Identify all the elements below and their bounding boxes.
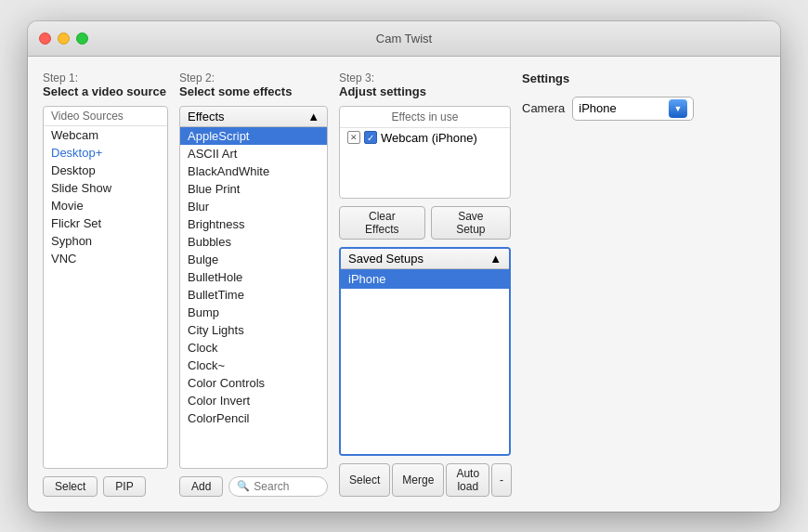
adjust-settings-column: Step 3: Adjust settings Effects in use ✕… [339, 71, 511, 497]
camera-setting-row: Camera iPhone ▼ [522, 97, 694, 121]
video-sources-list: Video Sources Webcam Desktop+ Desktop Sl… [43, 106, 168, 469]
step3-title: Adjust settings [339, 84, 511, 98]
search-input[interactable] [254, 480, 319, 493]
camera-select[interactable]: iPhone ▼ [572, 97, 694, 121]
list-item[interactable]: Color Controls [180, 374, 327, 392]
list-item[interactable]: City Lights [180, 321, 327, 339]
step2-header: Step 2: Select some effects [179, 71, 328, 98]
save-setup-button[interactable]: Save Setup [431, 206, 511, 240]
action-buttons: Clear Effects Save Setup [339, 206, 511, 240]
step3-header: Step 3: Adjust settings [339, 71, 511, 98]
list-item[interactable]: Bump [180, 304, 327, 321]
minimize-button[interactable] [58, 32, 70, 45]
list-item[interactable]: AppleScript [180, 127, 327, 145]
settings-title: Settings [522, 71, 694, 85]
settings-column: Settings Camera iPhone ▼ [522, 71, 694, 497]
effects-column: Step 2: Select some effects Effects ▲ Ap… [179, 71, 328, 497]
list-item[interactable]: Flickr Set [44, 214, 167, 232]
list-item[interactable]: Bubbles [180, 233, 327, 251]
chevron-down-icon: ▼ [674, 104, 683, 113]
saved-setups-box: Saved Setups ▲ iPhone [339, 247, 511, 456]
saved-setups-header[interactable]: Saved Setups ▲ [341, 249, 509, 269]
select-button[interactable]: Select [43, 476, 98, 497]
list-item[interactable]: BulletTime [180, 286, 327, 304]
video-source-column: Step 1: Select a video source Video Sour… [43, 71, 168, 497]
setup-merge-button[interactable]: Merge [392, 463, 444, 497]
add-button[interactable]: Add [179, 476, 223, 497]
list-item[interactable]: Desktop+ [44, 144, 167, 162]
list-item[interactable]: BlackAndWhite [180, 162, 327, 180]
saved-setups-list: iPhone [341, 269, 509, 454]
list-item[interactable]: Brightness [180, 215, 327, 233]
search-icon: 🔍 [237, 480, 250, 492]
step2-label: Step 2: [179, 71, 328, 84]
camera-value: iPhone [579, 101, 616, 115]
list-item[interactable]: Syphon [44, 232, 167, 250]
list-item[interactable]: Slide Show [44, 179, 167, 197]
step1-header: Step 1: Select a video source [43, 71, 168, 98]
effects-chevron-up-icon: ▲ [307, 110, 319, 123]
effect-remove-button[interactable]: ✕ [347, 131, 360, 144]
list-item[interactable]: Webcam [44, 126, 167, 144]
list-item[interactable]: Bulge [180, 251, 327, 268]
maximize-button[interactable] [76, 32, 88, 45]
content-area: Step 1: Select a video source Video Sour… [28, 57, 780, 512]
effects-in-use-header: Effects in use [340, 107, 510, 128]
list-item[interactable]: Clock [180, 339, 327, 357]
video-sources-header: Video Sources [44, 107, 167, 126]
effect-item-row: ✕ ✓ Webcam (iPhone) [340, 128, 510, 148]
list-item[interactable]: ColorPencil [180, 409, 327, 427]
setup-select-button[interactable]: Select [339, 463, 390, 497]
saved-setups-chevron-up-icon: ▲ [489, 252, 502, 266]
setup-auto-load-button[interactable]: Auto load [446, 463, 489, 497]
list-item[interactable]: Movie [44, 197, 167, 214]
setup-buttons: Select Merge Auto load - [339, 463, 511, 497]
list-item[interactable]: Color Invert [180, 392, 327, 409]
list-item[interactable]: ASCII Art [180, 145, 327, 162]
search-box[interactable]: 🔍 [228, 476, 328, 497]
video-source-buttons: Select PIP [43, 476, 168, 497]
step1-label: Step 1: [43, 71, 168, 84]
clear-effects-button[interactable]: Clear Effects [339, 206, 425, 240]
saved-setups-label: Saved Setups [348, 252, 424, 266]
pip-button[interactable]: PIP [103, 476, 145, 497]
list-item[interactable]: BulletHole [180, 268, 327, 286]
step2-title: Select some effects [179, 84, 328, 98]
setup-minus-button[interactable]: - [491, 463, 512, 497]
window-title: Cam Twist [376, 32, 432, 45]
step1-title: Select a video source [43, 84, 168, 98]
main-window: Cam Twist Step 1: Select a video source … [28, 21, 780, 512]
list-item[interactable]: Desktop [44, 162, 167, 179]
effects-in-use-box: Effects in use ✕ ✓ Webcam (iPhone) [339, 106, 511, 199]
step3-label: Step 3: [339, 71, 511, 84]
effects-buttons: Add 🔍 [179, 476, 328, 497]
setup-item[interactable]: iPhone [341, 269, 509, 289]
effect-checkbox[interactable]: ✓ [364, 131, 377, 144]
effect-label: Webcam (iPhone) [381, 131, 477, 145]
titlebar: Cam Twist [28, 21, 780, 57]
list-item[interactable]: Blur [180, 198, 327, 215]
close-button[interactable] [39, 32, 51, 45]
effects-list: AppleScript ASCII Art BlackAndWhite Blue… [179, 127, 328, 469]
camera-label: Camera [522, 101, 565, 115]
list-item[interactable]: Blue Print [180, 180, 327, 198]
list-item[interactable]: Clock~ [180, 357, 327, 374]
traffic-lights [39, 32, 88, 45]
camera-dropdown-arrow[interactable]: ▼ [669, 99, 687, 118]
effects-dropdown-label: Effects [188, 110, 225, 123]
effects-dropdown-header[interactable]: Effects ▲ [179, 106, 328, 127]
list-item[interactable]: VNC [44, 250, 167, 267]
